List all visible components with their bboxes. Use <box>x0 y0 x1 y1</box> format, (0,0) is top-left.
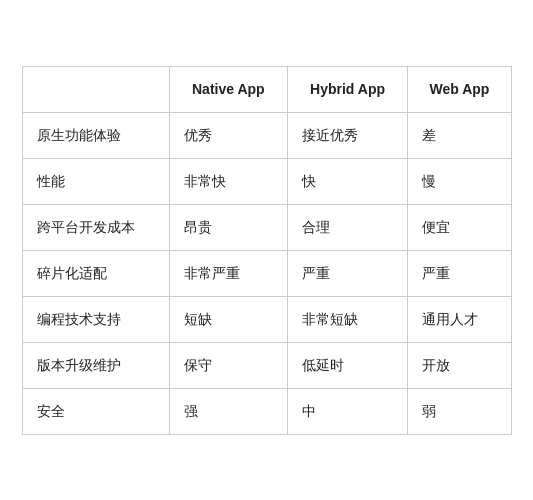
cell-value: 强 <box>169 388 287 434</box>
cell-value: 便宜 <box>408 204 511 250</box>
table-row: 性能非常快快慢 <box>22 158 511 204</box>
cell-value: 短缺 <box>169 296 287 342</box>
header-hybrid-app: Hybrid App <box>287 66 408 112</box>
table-row: 碎片化适配非常严重严重严重 <box>22 250 511 296</box>
cell-feature: 编程技术支持 <box>22 296 169 342</box>
cell-value: 差 <box>408 112 511 158</box>
cell-feature: 碎片化适配 <box>22 250 169 296</box>
cell-value: 严重 <box>287 250 408 296</box>
header-native-app: Native App <box>169 66 287 112</box>
cell-value: 严重 <box>408 250 511 296</box>
cell-value: 非常严重 <box>169 250 287 296</box>
table-row: 跨平台开发成本昂贵合理便宜 <box>22 204 511 250</box>
cell-feature: 性能 <box>22 158 169 204</box>
cell-value: 非常快 <box>169 158 287 204</box>
cell-value: 低延时 <box>287 342 408 388</box>
comparison-table: Native App Hybrid App Web App 原生功能体验优秀接近… <box>22 66 512 435</box>
cell-value: 优秀 <box>169 112 287 158</box>
cell-value: 接近优秀 <box>287 112 408 158</box>
cell-feature: 版本升级维护 <box>22 342 169 388</box>
cell-value: 保守 <box>169 342 287 388</box>
table-row: 原生功能体验优秀接近优秀差 <box>22 112 511 158</box>
header-feature <box>22 66 169 112</box>
cell-value: 昂贵 <box>169 204 287 250</box>
header-web-app: Web App <box>408 66 511 112</box>
cell-value: 快 <box>287 158 408 204</box>
cell-value: 通用人才 <box>408 296 511 342</box>
cell-value: 开放 <box>408 342 511 388</box>
table-row: 版本升级维护保守低延时开放 <box>22 342 511 388</box>
cell-feature: 原生功能体验 <box>22 112 169 158</box>
cell-feature: 跨平台开发成本 <box>22 204 169 250</box>
cell-value: 慢 <box>408 158 511 204</box>
table-row: 安全强中弱 <box>22 388 511 434</box>
cell-value: 弱 <box>408 388 511 434</box>
cell-value: 非常短缺 <box>287 296 408 342</box>
cell-value: 中 <box>287 388 408 434</box>
comparison-table-wrapper: Native App Hybrid App Web App 原生功能体验优秀接近… <box>22 66 512 435</box>
cell-value: 合理 <box>287 204 408 250</box>
table-row: 编程技术支持短缺非常短缺通用人才 <box>22 296 511 342</box>
table-header-row: Native App Hybrid App Web App <box>22 66 511 112</box>
cell-feature: 安全 <box>22 388 169 434</box>
